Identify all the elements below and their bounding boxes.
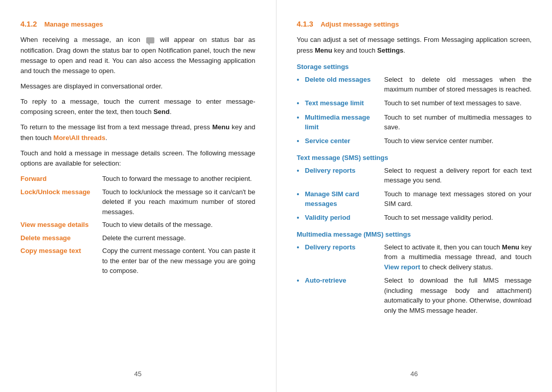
def-term-lockunlock: Lock/Unlock message <box>20 187 102 197</box>
def-row-viewmsg: View message details Touch to view detai… <box>20 220 256 230</box>
message-icon <box>146 37 154 43</box>
right-page-number: 46 <box>410 370 418 378</box>
mms-bullet-list: • Delivery reports Select to activate it… <box>297 242 532 316</box>
mms-term-autoretrieve: Auto-retrieve <box>305 275 384 286</box>
sms-item-validity: • Validity period Touch to set message v… <box>297 213 532 223</box>
storage-term-delete: Delete old messages <box>305 75 384 85</box>
menu-bold: Menu <box>212 123 229 131</box>
bullet-dot-5: • <box>297 166 302 176</box>
bullet-dot-1: • <box>297 75 302 85</box>
sms-term-delivery: Delivery reports <box>305 166 384 176</box>
menu-bold-right: Menu <box>315 47 332 54</box>
sms-item-delivery: • Delivery reports Select to request a d… <box>297 166 532 186</box>
right-section-heading: 4.1.3 Adjust message settings <box>297 18 532 30</box>
mms-term-delivery: Delivery reports <box>305 242 384 252</box>
storage-item-mmslimit: • Multimedia message limit Touch to set … <box>297 112 532 132</box>
storage-desc-delete: Select to delete old messages when the m… <box>384 75 532 95</box>
def-desc-copymsg: Copy the current message content. You ca… <box>102 246 256 276</box>
storage-desc-textlimit: Touch to set number of text messages to … <box>384 98 532 108</box>
storage-bullet-list: • Delete old messages Select to delete o… <box>297 75 532 147</box>
left-para-4: To return to the message list from a tex… <box>20 122 256 143</box>
def-desc-deletemsg: Delete the current message. <box>102 233 256 243</box>
left-section-number: 4.1.2 <box>20 20 37 28</box>
sms-item-sim: • Manage SIM card messages Touch to mana… <box>297 189 532 209</box>
sms-desc-delivery: Select to request a delivery report for … <box>384 166 532 186</box>
left-para-2: Messages are displayed in conversational… <box>20 81 256 91</box>
left-column: 4.1.2 Manage messages When receiving a m… <box>0 0 277 392</box>
bullet-dot-7: • <box>297 213 302 223</box>
right-column: 4.1.3 Adjust message settings You can ad… <box>277 0 553 392</box>
def-row-deletemsg: Delete message Delete the current messag… <box>20 233 256 243</box>
bullet-dot-6: • <box>297 189 302 200</box>
right-intro: You can adjust a set of message settings… <box>297 35 532 55</box>
view-report-bold: View report <box>384 263 421 271</box>
right-section-title: Adjust message settings <box>320 20 399 28</box>
def-desc-forward: Touch to forward the message to another … <box>102 174 256 184</box>
storage-desc-servicecenter: Touch to view service center number. <box>384 136 532 146</box>
storage-term-mmslimit: Multimedia message limit <box>305 112 384 132</box>
def-term-viewmsg: View message details <box>20 220 102 230</box>
bullet-dot-9: • <box>297 275 302 286</box>
page: 4.1.2 Manage messages When receiving a m… <box>0 0 552 392</box>
sms-desc-sim: Touch to manage text messages stored on … <box>384 189 532 209</box>
storage-desc-mmslimit: Touch to set number of multimedia messag… <box>384 112 532 132</box>
left-section-heading: 4.1.2 Manage messages <box>20 18 256 30</box>
storage-heading: Storage settings <box>297 63 532 71</box>
menu-bold-mms: Menu <box>502 243 519 251</box>
right-section-number: 4.1.3 <box>297 20 313 28</box>
send-bold: Send <box>153 108 170 116</box>
left-para-5: Touch and hold a message in message deta… <box>20 148 256 169</box>
def-row-forward: Forward Touch to forward the message to … <box>20 174 256 184</box>
bullet-dot-2: • <box>297 98 302 109</box>
sms-heading: Text message (SMS) settings <box>297 154 532 162</box>
sms-desc-validity: Touch to set message validity period. <box>384 213 532 223</box>
more-all-threads-bold: More\All threads <box>53 134 105 142</box>
definition-table: Forward Touch to forward the message to … <box>20 174 256 276</box>
mms-heading: Multimedia message (MMS) settings <box>297 230 532 238</box>
storage-term-textlimit: Text message limit <box>305 98 384 108</box>
sms-bullet-list: • Delivery reports Select to request a d… <box>297 166 532 223</box>
def-desc-lockunlock: Touch to lock/unlock the message so it c… <box>102 187 256 217</box>
bullet-dot-3: • <box>297 112 302 123</box>
left-page-number: 45 <box>134 370 142 378</box>
left-para-3: To reply to a message, touch the current… <box>20 97 256 117</box>
mms-item-delivery: • Delivery reports Select to activate it… <box>297 242 532 272</box>
storage-item-servicecenter: • Service center Touch to view service c… <box>297 136 532 147</box>
def-term-deletemsg: Delete message <box>20 233 102 243</box>
def-desc-viewmsg: Touch to view details of the message. <box>102 220 256 230</box>
left-section-title: Manage messages <box>44 20 103 28</box>
left-para-1: When receiving a message, an icon will a… <box>20 35 256 76</box>
storage-item-textlimit: • Text message limit Touch to set number… <box>297 98 532 109</box>
sms-term-validity: Validity period <box>305 213 384 223</box>
mms-desc-delivery: Select to activate it, then you can touc… <box>384 242 532 272</box>
bullet-dot-4: • <box>297 136 302 147</box>
settings-bold: Settings <box>377 47 403 54</box>
bullet-dot-8: • <box>297 242 302 253</box>
storage-item-delete: • Delete old messages Select to delete o… <box>297 75 532 95</box>
storage-term-servicecenter: Service center <box>305 136 384 146</box>
def-row-copymsg: Copy message text Copy the current messa… <box>20 246 256 276</box>
mms-item-autoretrieve: • Auto-retrieve Select to download the f… <box>297 275 532 315</box>
sms-term-sim: Manage SIM card messages <box>305 189 384 209</box>
def-term-forward: Forward <box>20 174 102 184</box>
def-term-copymsg: Copy message text <box>20 246 102 256</box>
def-row-lockunlock: Lock/Unlock message Touch to lock/unlock… <box>20 187 256 217</box>
mms-desc-autoretrieve: Select to download the full MMS message … <box>384 275 532 315</box>
